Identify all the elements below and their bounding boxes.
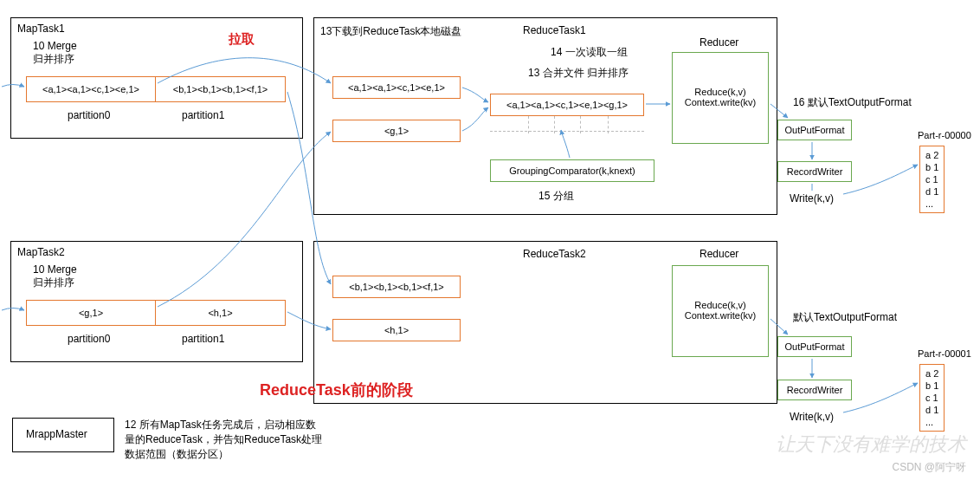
outputformat2: OutPutFormat [777,336,852,357]
grouping-comparator: GroupingComparator(k,knext) [490,159,654,182]
maptask1-partition1-label: partition1 [182,109,224,121]
maptask1-merge-label: 10 Merge 归并排序 [33,40,77,67]
mrappmaster-desc: 12 所有MapTask任务完成后，启动相应数量的ReduceTask，并告知R… [125,418,324,462]
recordwriter2: RecordWriter [777,380,852,400]
reducer1-body: Reduce(k,v) Context.write(kv) [679,87,762,107]
watermark-author: CSDN @阿宁呀 [892,460,966,475]
step13-merge: 13 合并文件 归并排序 [528,66,629,81]
write1: Write(k,v) [790,192,834,205]
reducer2-body: Reduce(k,v) Context.write(kv) [679,300,762,321]
step13-download: 13下载到ReduceTask本地磁盘 [320,24,461,39]
mrappmaster-title: MrappMaster [26,428,87,440]
default2: 默认TextOutputFormat [793,310,897,325]
reducer2-title: Reducer [700,248,738,260]
reducetask1-merged: <a,1><a,1><c,1><e,1><g,1> [490,94,644,116]
maptask2-title: MapTask2 [17,246,65,258]
reducetask1-title: ReduceTask1 [523,24,586,36]
maptask2-partition1-label: partition1 [182,333,224,345]
outfile1: Part-r-00000 [918,130,971,140]
step14: 14 一次读取一组 [551,45,628,60]
step15: 15 分组 [538,189,574,204]
reducetask1-local1: <a,1><a,1><c,1><e,1> [332,76,461,99]
maptask2-merge-label: 10 Merge 归并排序 [33,263,77,290]
outdata1: a 2 b 1 c 1 d 1 ... [919,146,945,213]
maptask2-partition0-data: <g,1> [26,300,156,326]
recordwriter1: RecordWriter [777,161,852,182]
maptask2-partition0-label: partition0 [68,333,110,345]
outputformat1: OutPutFormat [777,120,852,140]
outfile2: Part-r-00001 [918,348,971,359]
watermark-slogan: 让天下没有难学的技术 [776,432,966,458]
write2: Write(k,v) [790,411,834,423]
phase-label: ReduceTask前的阶段 [260,380,413,400]
step16: 16 默认TextOutputFormat [793,95,912,110]
reducetask1-local2: <g,1> [332,120,461,142]
maptask2-partition1-data: <h,1> [156,300,286,326]
pull-label: 拉取 [229,31,255,48]
outdata2: a 2 b 1 c 1 d 1 ... [919,364,945,432]
reducetask2-title: ReduceTask2 [523,248,586,260]
maptask1-partition1-data: <b,1><b,1><b,1><f,1> [156,76,286,102]
maptask1-partition0-data: <a,1><a,1><c,1><e,1> [26,76,156,102]
reducetask2-local2: <h,1> [332,319,461,341]
maptask1-partition0-label: partition0 [68,109,110,121]
reducer1-title: Reducer [700,36,738,49]
maptask1-title: MapTask1 [17,23,65,35]
reducetask2-local1: <b,1><b,1><b,1><f,1> [332,276,461,298]
